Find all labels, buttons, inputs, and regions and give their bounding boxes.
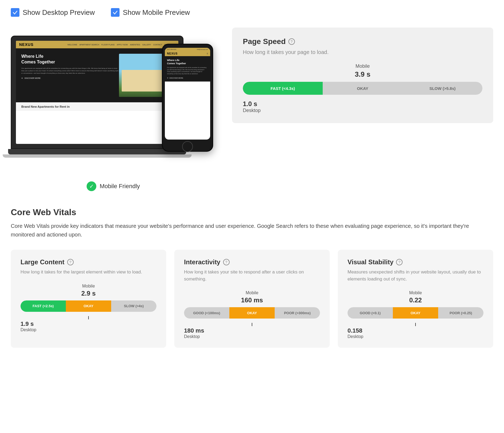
mobile-friendly-icon: ✓ <box>87 181 96 191</box>
mobile-preview-label: Show Mobile Preview <box>123 8 190 17</box>
cwv-vs-okay: OKAY <box>393 307 438 319</box>
speed-bar-fast: FAST (<4.3s) <box>243 82 323 95</box>
phone-discover: ✛ DISCOVER MORE <box>167 77 208 79</box>
cwv-visual-stability-title: Visual Stability ? <box>348 258 483 266</box>
cwv-lc-mobile-label: Mobile <box>21 284 156 289</box>
cwv-lc-desktop-val: 1.9 s <box>21 320 156 327</box>
cwv-large-content-title: Large Content ? <box>21 258 156 266</box>
visual-stability-help-icon[interactable]: ? <box>396 259 403 265</box>
mobile-preview-checkbox[interactable]: Show Mobile Preview <box>111 8 190 17</box>
laptop-body: NEXUS WELCOME APARTMENT SEARCH FLOOR PLA… <box>11 36 183 149</box>
desktop-preview-checkbox[interactable]: Show Desktop Preview <box>11 8 95 17</box>
cwv-card-interactivity: Interactivity ? How long it takes your s… <box>174 250 330 348</box>
site-hero-left: Where LifeComes Together Our apartments … <box>21 54 119 97</box>
interactivity-help-icon[interactable]: ? <box>223 259 230 265</box>
site-logo: NEXUS <box>19 42 33 47</box>
cwv-lc-bar: FAST (<2.5s) OKAY SLOW (>4s) <box>21 300 156 312</box>
phone-top-bar: (517) 599-5520 info@nexuspt.com <box>165 48 210 51</box>
checkmark-icon-2 <box>113 10 118 15</box>
cwv-int-mobile-label: Mobile <box>184 290 320 295</box>
phone-hero: Where LifeComes Together Our apartments … <box>165 56 210 82</box>
cwv-vs-desktop-val: 0.158 <box>348 327 483 334</box>
mobile-friendly-badge: ✓ Mobile Friendly <box>87 181 140 191</box>
phone-logo: NEXUS <box>167 52 178 55</box>
cwv-int-desktop-val: 180 ms <box>184 327 320 334</box>
cwv-int-good: GOOD (<100ms) <box>184 307 229 319</box>
phone-screen: (517) 599-5520 info@nexuspt.com NEXUS ☰ … <box>165 48 210 140</box>
cwv-int-bar: GOOD (<100ms) OKAY POOR (>300ms) <box>184 307 320 319</box>
cwv-card-large-content: Large Content ? How long it takes for th… <box>11 250 166 348</box>
desktop-checkbox-box <box>11 8 19 17</box>
site-hero-title: Where LifeComes Together <box>21 54 119 65</box>
mobile-speed-section: Mobile 3.9 s FAST (<4.3s) OKAY SLOW (>5.… <box>243 63 482 95</box>
site-nav: NEXUS WELCOME APARTMENT SEARCH FLOOR PLA… <box>16 41 178 48</box>
cwv-large-content-subtitle: How long it takes for the largest elemen… <box>21 269 156 276</box>
cwv-lc-fast: FAST (<2.5s) <box>21 300 66 312</box>
cwv-vs-good: GOOD (<0.1) <box>348 307 393 319</box>
site-hero-text: Our apartments are equipped with all the… <box>21 67 119 75</box>
cwv-int-okay: OKAY <box>229 307 275 319</box>
cwv-int-indicator <box>252 323 252 326</box>
site-hero-btn: ✛ DISCOVER MORE <box>21 77 119 79</box>
phone-home-button <box>182 141 193 152</box>
cwv-lc-mobile-val: 2.9 s <box>21 290 156 297</box>
desktop-speed-section: 1.0 s Desktop <box>243 100 482 113</box>
cwv-vs-bar: GOOD (<0.1) OKAY POOR (>0.25) <box>348 307 483 319</box>
cwv-cards: Large Content ? How long it takes for th… <box>11 250 493 348</box>
desktop-preview-label: Show Desktop Preview <box>23 8 95 17</box>
device-container: NEXUS WELCOME APARTMENT SEARCH FLOOR PLA… <box>11 28 216 179</box>
phone-hero-title: Where LifeComes Together <box>167 59 208 65</box>
cwv-lc-indicator <box>88 316 89 319</box>
speed-bar-okay: OKAY <box>323 82 403 95</box>
cwv-vs-indicator <box>415 323 416 326</box>
page-speed-help-icon[interactable]: ? <box>288 38 295 45</box>
cwv-lc-slow: SLOW (>4s) <box>111 300 156 312</box>
cwv-visual-stability-subtitle: Measures unexpected shifts in your websi… <box>348 269 483 282</box>
mobile-speed-label: Mobile <box>243 63 482 69</box>
mobile-friendly-label: Mobile Friendly <box>100 183 140 190</box>
preview-section: NEXUS WELCOME APARTMENT SEARCH FLOOR PLA… <box>11 28 493 191</box>
checkbox-row: Show Desktop Preview Show Mobile Preview <box>11 8 493 17</box>
cwv-vs-poor: POOR (>0.25) <box>438 307 483 319</box>
cwv-card-visual-stability: Visual Stability ? Measures unexpected s… <box>338 250 493 348</box>
checkmark-icon <box>12 10 18 15</box>
cwv-interactivity-title: Interactivity ? <box>184 258 320 266</box>
page-speed-bar: FAST (<4.3s) OKAY SLOW (>5.8s) <box>243 82 482 95</box>
cwv-vs-mobile-val: 0.22 <box>348 296 483 304</box>
cwv-vs-desktop-lbl: Desktop <box>348 334 483 339</box>
mobile-speed-value: 3.9 s <box>243 70 482 79</box>
desktop-speed-label: Desktop <box>243 108 482 113</box>
page-speed-title: Page Speed ? <box>243 37 482 46</box>
cwv-description: Core Web Vitals provide key indicators t… <box>11 222 493 239</box>
laptop-preview: NEXUS WELCOME APARTMENT SEARCH FLOOR PLA… <box>11 36 183 160</box>
laptop-base <box>8 149 186 154</box>
cwv-int-poor: POOR (>300ms) <box>275 307 320 319</box>
cwv-interactivity-subtitle: How long it takes your site to respond a… <box>184 269 320 282</box>
site-bottom: Brand New Apartments for Rent in <box>16 102 178 111</box>
cwv-int-desktop-lbl: Desktop <box>184 334 320 339</box>
laptop-screen: NEXUS WELCOME APARTMENT SEARCH FLOOR PLA… <box>16 41 178 144</box>
phone-nav-bar: NEXUS ☰ <box>165 51 210 56</box>
core-web-vitals-section: Core Web Vitals Core Web Vitals provide … <box>11 207 493 348</box>
cwv-title: Core Web Vitals <box>11 207 493 217</box>
cwv-lc-desktop-lbl: Desktop <box>21 327 156 332</box>
cwv-lc-okay: OKAY <box>66 300 111 312</box>
phone-hero-text: Our apartments are equipped with all the… <box>167 67 208 75</box>
cwv-vs-mobile-label: Mobile <box>348 290 483 295</box>
desktop-speed-value: 1.0 s <box>243 100 482 108</box>
laptop-bottom <box>3 154 192 158</box>
cwv-int-mobile-val: 160 ms <box>184 296 320 304</box>
page-speed-card: Page Speed ? How long it takes your page… <box>232 28 493 123</box>
large-content-help-icon[interactable]: ? <box>67 259 74 265</box>
speed-bar-slow: SLOW (>5.8s) <box>403 82 482 95</box>
phone-preview: (517) 599-5520 info@nexuspt.com NEXUS ☰ … <box>162 44 213 152</box>
site-nav-links: WELCOME APARTMENT SEARCH FLOOR PLANS APP… <box>67 44 175 46</box>
site-hero: Where LifeComes Together Our apartments … <box>16 48 178 102</box>
mobile-checkbox-box <box>111 8 120 17</box>
page-speed-subtitle: How long it takes your page to load. <box>243 49 482 55</box>
